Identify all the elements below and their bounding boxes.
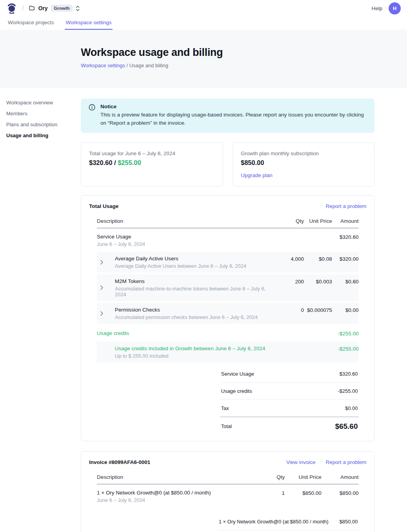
chevron-right-icon[interactable]: [97, 311, 115, 316]
tab-workspace-projects[interactable]: Workspace projects: [7, 16, 55, 30]
usage-card-title: Total Usage: [89, 203, 119, 209]
settings-sidebar: Workspace overview Members Plans and sub…: [0, 88, 81, 532]
total-usage-label: Total usage for June 6 – July 6, 2024: [89, 150, 215, 156]
page-header: Workspace usage and billing Workspace se…: [0, 30, 407, 88]
ory-logo-icon[interactable]: [6, 3, 17, 14]
table-row-service-usage: Service Usage June 6 – July 6, 2024 $320…: [97, 228, 359, 252]
view-invoice-link[interactable]: View invoice: [286, 459, 316, 465]
summary-row-total: Total $65.60: [220, 417, 359, 432]
plan-subscription-value: $850.00: [241, 159, 367, 167]
table-row-permission-checks[interactable]: Permission Checks Accumulated permission…: [97, 303, 359, 324]
invoice-summary: 1 × Ory Network Growth@0 (at $850.00 / m…: [218, 513, 359, 532]
chevron-updown-icon: [76, 5, 80, 11]
summary-row-usage-credits: Usage credits -$255.00: [220, 383, 359, 400]
upgrade-plan-link[interactable]: Upgrade plan: [241, 172, 273, 178]
summary-row-tax: Tax $0.00: [218, 530, 359, 532]
sidebar-item-workspace-overview[interactable]: Workspace overview: [6, 100, 81, 106]
breadcrumb-workspace-settings-link[interactable]: Workspace settings: [81, 63, 125, 68]
sidebar-item-plans-and-subscription[interactable]: Plans and subscription: [6, 122, 81, 127]
folder-icon: [29, 5, 35, 11]
report-problem-link[interactable]: Report a problem: [326, 459, 366, 465]
total-usage-card: Total Usage Report a problem Description…: [81, 195, 375, 441]
table-row-average-daily-active-users[interactable]: Average Daily Active Users Average Daily…: [97, 252, 359, 272]
avatar[interactable]: H: [389, 2, 401, 14]
summary-row-tax: Tax $0.00: [220, 400, 359, 417]
column-qty: Qty: [276, 218, 304, 224]
workspace-name: Ory: [38, 5, 48, 11]
breadcrumb-current: Usage and billing: [129, 63, 168, 68]
breadcrumb: Workspace settings / Usage and billing: [81, 63, 407, 68]
table-row-usage-credits-detail: Usage credits included in Growth between…: [97, 342, 359, 362]
invoice-title: Invoice #8099AFA6-0001: [89, 459, 150, 465]
sidebar-item-members[interactable]: Members: [6, 111, 81, 116]
topbar: / Ory Growth Help H: [0, 0, 407, 16]
summary-row-subscription: 1 × Ory Network Growth@0 (at $850.00 / m…: [218, 513, 359, 530]
page-title: Workspace usage and billing: [81, 47, 407, 59]
column-amount: Amount: [321, 474, 359, 480]
column-unit-price: Unit Price: [304, 218, 332, 224]
column-description: Description: [97, 474, 265, 480]
invoice-line-item: 1 × Ory Network Growth@0 (at $850.00 / m…: [97, 484, 359, 508]
workspace-tabs: Workspace projects Workspace settings: [0, 16, 407, 30]
notice-body: This is a preview feature for displaying…: [100, 111, 367, 127]
help-link[interactable]: Help: [371, 5, 382, 11]
column-qty: Qty: [265, 474, 285, 480]
workspace-switcher[interactable]: Ory Growth: [29, 5, 80, 12]
report-problem-link[interactable]: Report a problem: [326, 203, 366, 209]
column-unit-price: Unit Price: [285, 474, 321, 480]
sidebar-item-usage-and-billing[interactable]: Usage and billing: [6, 133, 81, 138]
breadcrumb-separator: /: [22, 5, 24, 11]
breadcrumb-separator: /: [125, 63, 129, 68]
chevron-right-icon[interactable]: [97, 285, 115, 290]
plan-subscription-label: Growth plan monthly subscription: [241, 150, 367, 156]
invoice-table-header: Description Qty Unit Price Amount: [97, 472, 359, 484]
chevron-right-icon[interactable]: [97, 260, 115, 265]
notice-title: Notice: [100, 104, 367, 109]
info-icon: [89, 104, 95, 127]
included-credit-value: $255.00: [118, 159, 141, 166]
usage-table-header: Description Qty Unit Price Amount: [97, 216, 359, 228]
table-row-usage-credits: Usage credits -$255.00: [97, 326, 359, 342]
summary-row-service-usage: Service Usage $320.60: [220, 365, 359, 383]
usage-summary: Service Usage $320.60 Usage credits -$25…: [220, 365, 359, 432]
plan-badge: Growth: [51, 5, 73, 12]
total-usage-value: $320.60 / $255.00: [89, 159, 215, 167]
column-amount: Amount: [332, 218, 359, 224]
column-description: Description: [97, 218, 276, 224]
tab-workspace-settings[interactable]: Workspace settings: [65, 16, 112, 30]
notice-banner: Notice This is a preview feature for dis…: [81, 99, 375, 133]
total-usage-summary-card: Total usage for June 6 – July 6, 2024 $3…: [81, 142, 223, 186]
invoice-card: Invoice #8099AFA6-0001 View invoice Repo…: [81, 451, 375, 532]
table-row-m2m-tokens[interactable]: M2M Tokens Accumulated machine-to-machin…: [97, 274, 359, 301]
plan-subscription-card: Growth plan monthly subscription $850.00…: [233, 142, 375, 186]
grand-total-value: $65.60: [335, 422, 358, 431]
